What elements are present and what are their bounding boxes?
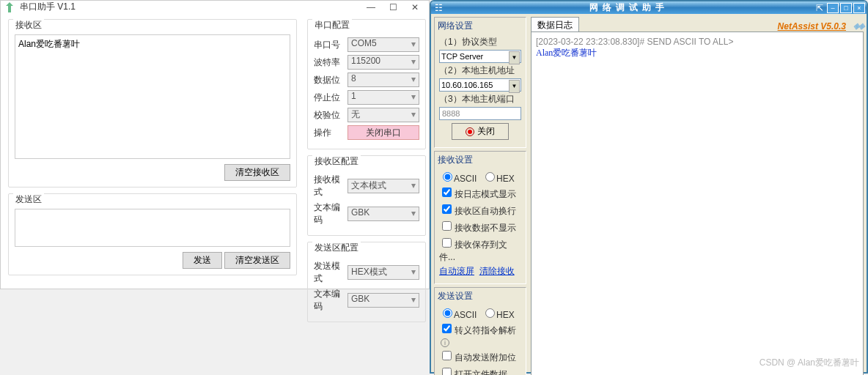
titlebar: 串口助手 V1.1 — ☐ ✕ <box>1 1 429 13</box>
send-legend: 发送区 <box>13 193 44 206</box>
log-area[interactable]: [2023-03-22 23:23:08.830]# SEND ASCII TO… <box>531 31 864 375</box>
tx-mode-select[interactable]: HEX模式 <box>347 265 419 280</box>
send-settings-panel: 发送设置 ASCII HEX 转义符指令解析i 自动发送附加位 打开文件数据源.… <box>434 287 526 375</box>
baud-label: 波特率 <box>314 56 347 69</box>
rx-mode-label: 接收模式 <box>314 174 347 198</box>
minimize-icon[interactable]: — <box>360 2 382 12</box>
txset-legend: 发送设置 <box>435 288 526 303</box>
rx-log-mode-check[interactable] <box>442 188 452 197</box>
autoscroll-link[interactable]: 自动滚屏 <box>439 266 474 276</box>
label: ASCII <box>454 310 477 320</box>
send-button[interactable]: 发送 <box>183 252 222 269</box>
label: HEX <box>496 310 515 320</box>
tx-mode-label: 发送模式 <box>314 260 347 285</box>
parity-label: 校验位 <box>314 109 347 122</box>
window-controls: — ☐ ✕ <box>360 2 426 12</box>
baud-select[interactable]: 115200 <box>347 55 419 70</box>
clear-receive-link[interactable]: 清除接收 <box>479 266 515 276</box>
window-title: 串口助手 V1.1 <box>20 1 360 13</box>
receive-textarea[interactable]: Alan爱吃番薯叶 <box>15 34 290 159</box>
window-title: 网络调试助手 <box>446 1 812 14</box>
rx-enc-label: 文本编码 <box>314 201 347 226</box>
tx-ascii-radio[interactable] <box>443 308 452 318</box>
label: ASCII <box>454 174 477 184</box>
tx-escape-check[interactable] <box>442 324 452 333</box>
rx-ascii-radio[interactable] <box>443 172 452 182</box>
net-legend: 网络设置 <box>435 18 526 33</box>
close-icon[interactable]: ✕ <box>404 2 426 12</box>
netassist-window: ☷ 网络调试助手 ⇱ – □ × 网络设置 （1）协议类型 TCP Server… <box>430 0 868 374</box>
titlebar: ☷ 网络调试助手 ⇱ – □ × <box>431 1 867 14</box>
rx-config-group: 接收区配置 接收模式文本模式 文本编码GBK <box>307 155 426 236</box>
close-connection-button[interactable]: 关闭 <box>452 123 509 140</box>
clear-send-button[interactable]: 清空发送区 <box>224 252 290 269</box>
label: 接收数据不显示 <box>455 223 516 233</box>
rxset-legend: 接收设置 <box>435 152 526 167</box>
label: 自动发送附加位 <box>455 352 516 363</box>
receive-group: 接收区 Alan爱吃番薯叶 清空接收区 <box>8 19 297 188</box>
gem-icon: ◈◈ <box>853 21 864 31</box>
log-line-data: Alan爱吃番薯叶 <box>536 47 858 59</box>
port-label: 串口号 <box>314 39 347 51</box>
tx-enc-select[interactable]: GBK <box>347 293 419 308</box>
rx-mode-select[interactable]: 文本模式 <box>347 179 419 193</box>
protocol-select[interactable]: TCP Server <box>439 50 521 63</box>
record-dot-icon <box>466 127 474 136</box>
rx-hex-radio[interactable] <box>485 172 495 182</box>
send-textarea[interactable] <box>15 209 290 247</box>
stopbits-label: 停止位 <box>314 92 347 104</box>
port-label: （3）本地主机端口 <box>439 93 521 105</box>
info-icon[interactable]: i <box>441 338 449 347</box>
host-label: （2）本地主机地址 <box>439 64 521 77</box>
app-icon: ☷ <box>431 3 446 13</box>
clear-receive-button[interactable]: 清空接收区 <box>224 164 290 181</box>
databits-label: 数据位 <box>314 74 347 86</box>
serial-assistant-window: 串口助手 V1.1 — ☐ ✕ 接收区 Alan爱吃番薯叶 清空接收区 发送区 … <box>0 0 430 289</box>
log-tabbar: 数据日志 NetAssist V5.0.3◈◈ <box>531 17 864 31</box>
label: HEX <box>496 174 515 184</box>
app-logo-icon <box>4 1 15 13</box>
tx-config-group: 发送区配置 发送模式HEX模式 文本编码GBK <box>307 242 426 322</box>
rx-config-legend: 接收区配置 <box>312 155 361 168</box>
label: 转义符指令解析 <box>455 325 516 335</box>
host-select[interactable]: 10.60.106.165 <box>439 78 521 92</box>
tx-enc-label: 文本编码 <box>314 288 347 313</box>
tx-hex-radio[interactable] <box>485 308 495 318</box>
rx-enc-select[interactable]: GBK <box>347 207 419 221</box>
pin-icon[interactable]: ⇱ <box>812 3 827 13</box>
rx-save-check[interactable] <box>442 238 452 248</box>
maximize-icon[interactable]: ☐ <box>382 2 404 12</box>
port-input[interactable] <box>439 107 521 120</box>
protocol-label: （1）协议类型 <box>439 36 521 48</box>
receive-legend: 接收区 <box>13 19 44 31</box>
label: 接收区自动换行 <box>455 206 516 216</box>
label: 按日志模式显示 <box>455 189 516 199</box>
databits-select[interactable]: 8 <box>347 73 419 87</box>
receive-settings-panel: 接收设置 ASCII HEX 按日志模式显示 接收区自动换行 接收数据不显示 接… <box>434 151 526 284</box>
window-controls: – □ × <box>827 3 867 13</box>
serial-config-group: 串口配置 串口号COM5 波特率115200 数据位8 停止位1 校验位无 操作… <box>307 19 426 149</box>
tx-config-legend: 发送区配置 <box>312 242 361 254</box>
close-port-button[interactable]: 关闭串口 <box>347 125 419 140</box>
rx-hide-check[interactable] <box>442 221 452 231</box>
send-group: 发送区 发送 清空发送区 <box>8 193 297 275</box>
brand-label[interactable]: NetAssist V5.0.3◈◈ <box>778 21 864 31</box>
rx-autowrap-check[interactable] <box>442 204 452 214</box>
log-line-timestamp: [2023-03-22 23:23:08.830]# SEND ASCII TO… <box>536 37 858 47</box>
port-select[interactable]: COM5 <box>347 37 419 52</box>
close-icon[interactable]: × <box>853 3 865 13</box>
network-settings-panel: 网络设置 （1）协议类型 TCP Server （2）本地主机地址 10.60.… <box>434 17 526 148</box>
tx-append-check[interactable] <box>442 351 452 360</box>
parity-select[interactable]: 无 <box>347 108 419 122</box>
close-btn-label: 关闭 <box>477 125 495 138</box>
data-log-tab[interactable]: 数据日志 <box>531 17 579 31</box>
serial-config-legend: 串口配置 <box>312 19 352 31</box>
maximize-icon[interactable]: □ <box>840 3 852 13</box>
tx-openfile-check[interactable] <box>442 368 452 375</box>
minimize-icon[interactable]: – <box>827 3 839 13</box>
operation-label: 操作 <box>314 127 347 139</box>
stopbits-select[interactable]: 1 <box>347 90 419 105</box>
